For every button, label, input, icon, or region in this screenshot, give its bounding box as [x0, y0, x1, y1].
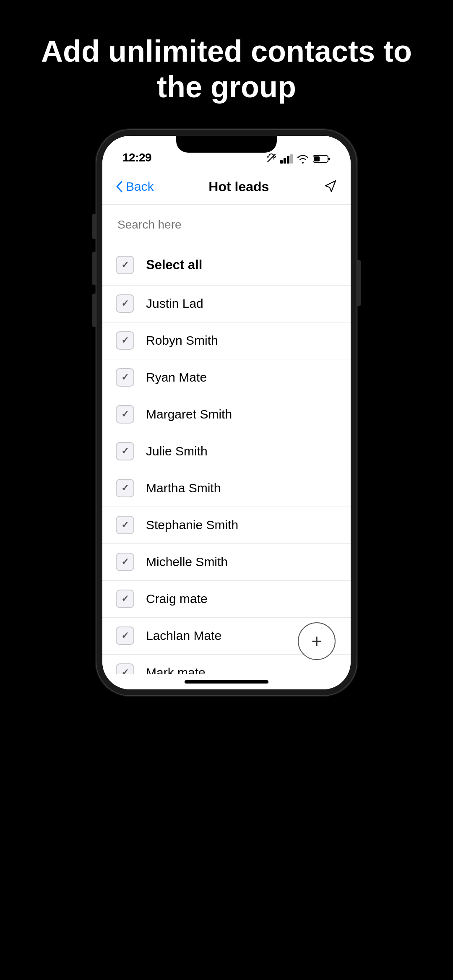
contact-name-robyn-smith: Robyn Smith [146, 333, 218, 348]
svg-rect-6 [314, 156, 320, 161]
checkmark-robyn-smith: ✓ [121, 336, 129, 345]
hero-title: Add unlimited contacts to the group [0, 34, 453, 105]
search-input[interactable] [114, 211, 339, 238]
signal-icon [280, 154, 293, 164]
nav-bar: Back Hot leads [102, 169, 351, 205]
back-button[interactable]: Back [116, 179, 154, 194]
status-bar: 12:29 [102, 136, 351, 169]
checkmark-justin-lad: ✓ [121, 299, 129, 308]
svg-rect-3 [290, 154, 293, 164]
home-bar [185, 680, 268, 684]
phone-shell: 12:29 [96, 130, 357, 695]
checkbox-robyn-smith[interactable]: ✓ [116, 331, 134, 350]
contact-item-stephanie-smith[interactable]: ✓Stephanie Smith [102, 507, 351, 544]
status-icons [267, 153, 331, 164]
svg-rect-0 [280, 160, 283, 164]
search-bar [102, 205, 351, 245]
checkmark-select-all: ✓ [121, 260, 129, 270]
contact-name-justin-lad: Justin Lad [146, 296, 203, 311]
contact-name-margaret-smith: Margaret Smith [146, 407, 232, 421]
contact-name-stephanie-smith: Stephanie Smith [146, 518, 238, 532]
contact-item-select-all[interactable]: ✓Select all [102, 245, 351, 286]
back-label: Back [126, 179, 154, 194]
svg-rect-1 [284, 158, 286, 164]
notch [176, 136, 277, 153]
checkmark-stephanie-smith: ✓ [121, 520, 129, 530]
checkbox-lachlan-mate[interactable]: ✓ [116, 626, 134, 645]
contact-item-michelle-smith[interactable]: ✓Michelle Smith [102, 544, 351, 581]
nav-title: Hot leads [208, 179, 269, 195]
contact-name-mark-mate: Mark mate [146, 665, 206, 674]
silent-icon [267, 153, 276, 164]
checkbox-michelle-smith[interactable]: ✓ [116, 553, 134, 571]
contact-name-michelle-smith: Michelle Smith [146, 555, 228, 569]
contact-list: ✓Select all✓Justin Lad✓Robyn Smith✓Ryan … [102, 245, 351, 674]
chevron-left-icon [116, 180, 123, 193]
contact-item-robyn-smith[interactable]: ✓Robyn Smith [102, 322, 351, 359]
checkbox-justin-lad[interactable]: ✓ [116, 294, 134, 313]
contact-item-martha-smith[interactable]: ✓Martha Smith [102, 470, 351, 507]
contact-name-craig-mate: Craig mate [146, 592, 208, 606]
contact-name-julie-smith: Julie Smith [146, 444, 208, 458]
checkmark-ryan-mate: ✓ [121, 373, 129, 382]
checkbox-margaret-smith[interactable]: ✓ [116, 405, 134, 424]
checkmark-lachlan-mate: ✓ [121, 631, 129, 640]
contact-item-ryan-mate[interactable]: ✓Ryan Mate [102, 359, 351, 396]
checkbox-julie-smith[interactable]: ✓ [116, 442, 134, 460]
contact-name-select-all: Select all [146, 257, 202, 273]
battery-icon [313, 154, 331, 164]
contact-item-margaret-smith[interactable]: ✓Margaret Smith [102, 396, 351, 433]
contact-name-martha-smith: Martha Smith [146, 481, 221, 495]
checkmark-martha-smith: ✓ [121, 484, 129, 493]
checkbox-stephanie-smith[interactable]: ✓ [116, 516, 134, 534]
checkmark-michelle-smith: ✓ [121, 557, 129, 567]
contact-name-lachlan-mate: Lachlan Mate [146, 629, 221, 643]
status-time: 12:29 [122, 151, 151, 164]
svg-rect-5 [328, 158, 330, 160]
send-button[interactable] [324, 179, 337, 194]
phone-screen: 12:29 [102, 136, 351, 689]
svg-rect-2 [287, 156, 289, 164]
checkbox-martha-smith[interactable]: ✓ [116, 479, 134, 497]
volume-down-button [92, 294, 96, 327]
checkbox-ryan-mate[interactable]: ✓ [116, 368, 134, 387]
home-indicator [102, 674, 351, 689]
power-button [357, 260, 361, 306]
volume-up-button [92, 252, 96, 285]
checkbox-select-all[interactable]: ✓ [116, 256, 134, 274]
checkbox-mark-mate[interactable]: ✓ [116, 663, 134, 674]
send-icon [324, 179, 337, 192]
add-contact-fab[interactable]: + [298, 622, 336, 660]
contact-item-craig-mate[interactable]: ✓Craig mate [102, 581, 351, 618]
checkmark-craig-mate: ✓ [121, 594, 129, 603]
contact-name-ryan-mate: Ryan Mate [146, 370, 207, 385]
checkmark-julie-smith: ✓ [121, 447, 129, 456]
checkbox-craig-mate[interactable]: ✓ [116, 590, 134, 608]
wifi-icon [297, 154, 309, 164]
contact-item-justin-lad[interactable]: ✓Justin Lad [102, 286, 351, 322]
contact-item-julie-smith[interactable]: ✓Julie Smith [102, 433, 351, 470]
checkmark-margaret-smith: ✓ [121, 410, 129, 419]
checkmark-mark-mate: ✓ [121, 668, 129, 674]
